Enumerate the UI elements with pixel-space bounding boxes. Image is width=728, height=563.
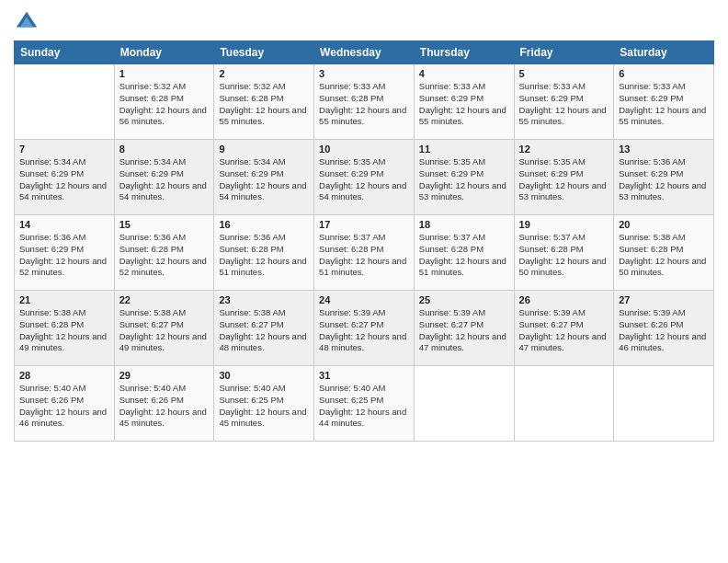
calendar-cell: 26Sunrise: 5:39 AMSunset: 6:27 PMDayligh… bbox=[514, 291, 614, 366]
week-row-4: 21Sunrise: 5:38 AMSunset: 6:28 PMDayligh… bbox=[15, 291, 714, 366]
day-number: 24 bbox=[319, 294, 409, 305]
day-number: 7 bbox=[19, 144, 109, 155]
calendar-cell bbox=[614, 366, 714, 442]
header-day-saturday: Saturday bbox=[614, 41, 714, 64]
day-number: 15 bbox=[119, 219, 210, 230]
day-info: Sunrise: 5:37 AMSunset: 6:28 PMDaylight:… bbox=[419, 232, 509, 279]
calendar-table: SundayMondayTuesdayWednesdayThursdayFrid… bbox=[14, 40, 714, 442]
day-number: 2 bbox=[219, 68, 309, 79]
day-number: 13 bbox=[619, 144, 709, 155]
day-number: 21 bbox=[19, 294, 109, 305]
day-number: 23 bbox=[219, 294, 309, 305]
day-info: Sunrise: 5:38 AMSunset: 6:28 PMDaylight:… bbox=[619, 232, 709, 279]
day-info: Sunrise: 5:33 AMSunset: 6:28 PMDaylight:… bbox=[319, 81, 409, 128]
day-info: Sunrise: 5:32 AMSunset: 6:28 PMDaylight:… bbox=[219, 81, 309, 128]
day-info: Sunrise: 5:40 AMSunset: 6:26 PMDaylight:… bbox=[119, 383, 210, 430]
calendar-cell: 27Sunrise: 5:39 AMSunset: 6:26 PMDayligh… bbox=[614, 291, 714, 366]
calendar-cell: 30Sunrise: 5:40 AMSunset: 6:25 PMDayligh… bbox=[214, 366, 314, 442]
day-number: 6 bbox=[619, 68, 709, 79]
calendar-cell: 10Sunrise: 5:35 AMSunset: 6:29 PMDayligh… bbox=[314, 140, 415, 215]
calendar-cell: 19Sunrise: 5:37 AMSunset: 6:28 PMDayligh… bbox=[514, 215, 614, 291]
week-row-3: 14Sunrise: 5:36 AMSunset: 6:29 PMDayligh… bbox=[15, 215, 714, 291]
day-number: 25 bbox=[419, 294, 509, 305]
calendar-cell: 14Sunrise: 5:36 AMSunset: 6:29 PMDayligh… bbox=[15, 215, 115, 291]
calendar-cell: 28Sunrise: 5:40 AMSunset: 6:26 PMDayligh… bbox=[15, 366, 115, 442]
day-number: 16 bbox=[219, 219, 309, 230]
day-info: Sunrise: 5:39 AMSunset: 6:26 PMDaylight:… bbox=[619, 307, 709, 354]
header-day-monday: Monday bbox=[114, 41, 214, 64]
calendar-cell: 29Sunrise: 5:40 AMSunset: 6:26 PMDayligh… bbox=[114, 366, 214, 442]
calendar-cell: 21Sunrise: 5:38 AMSunset: 6:28 PMDayligh… bbox=[15, 291, 115, 366]
week-row-5: 28Sunrise: 5:40 AMSunset: 6:26 PMDayligh… bbox=[15, 366, 714, 442]
day-number: 22 bbox=[119, 294, 210, 305]
calendar-cell: 5Sunrise: 5:33 AMSunset: 6:29 PMDaylight… bbox=[514, 64, 614, 140]
day-info: Sunrise: 5:35 AMSunset: 6:29 PMDaylight:… bbox=[419, 156, 509, 203]
day-info: Sunrise: 5:40 AMSunset: 6:25 PMDaylight:… bbox=[319, 383, 409, 430]
logo-icon bbox=[14, 9, 40, 35]
day-info: Sunrise: 5:35 AMSunset: 6:29 PMDaylight:… bbox=[519, 156, 609, 203]
calendar-cell: 9Sunrise: 5:34 AMSunset: 6:29 PMDaylight… bbox=[214, 140, 314, 215]
calendar-cell: 13Sunrise: 5:36 AMSunset: 6:29 PMDayligh… bbox=[614, 140, 714, 215]
calendar-cell bbox=[414, 366, 514, 442]
day-number: 12 bbox=[519, 144, 609, 155]
calendar-cell: 3Sunrise: 5:33 AMSunset: 6:28 PMDaylight… bbox=[314, 64, 415, 140]
day-number: 1 bbox=[119, 68, 210, 79]
calendar-cell: 17Sunrise: 5:37 AMSunset: 6:28 PMDayligh… bbox=[314, 215, 415, 291]
day-number: 9 bbox=[219, 144, 309, 155]
header bbox=[14, 9, 714, 35]
calendar-cell: 16Sunrise: 5:36 AMSunset: 6:28 PMDayligh… bbox=[214, 215, 314, 291]
day-info: Sunrise: 5:40 AMSunset: 6:25 PMDaylight:… bbox=[219, 383, 309, 430]
calendar-cell: 18Sunrise: 5:37 AMSunset: 6:28 PMDayligh… bbox=[414, 215, 514, 291]
header-day-wednesday: Wednesday bbox=[314, 41, 415, 64]
day-info: Sunrise: 5:38 AMSunset: 6:27 PMDaylight:… bbox=[219, 307, 309, 354]
week-row-1: 1Sunrise: 5:32 AMSunset: 6:28 PMDaylight… bbox=[15, 64, 714, 140]
day-number: 26 bbox=[519, 294, 609, 305]
day-info: Sunrise: 5:37 AMSunset: 6:28 PMDaylight:… bbox=[319, 232, 409, 279]
day-info: Sunrise: 5:37 AMSunset: 6:28 PMDaylight:… bbox=[519, 232, 609, 279]
day-number: 17 bbox=[319, 219, 409, 230]
header-day-sunday: Sunday bbox=[15, 41, 115, 64]
calendar-cell: 8Sunrise: 5:34 AMSunset: 6:29 PMDaylight… bbox=[114, 140, 214, 215]
day-info: Sunrise: 5:39 AMSunset: 6:27 PMDaylight:… bbox=[319, 307, 409, 354]
day-info: Sunrise: 5:38 AMSunset: 6:28 PMDaylight:… bbox=[19, 307, 109, 354]
calendar-cell: 1Sunrise: 5:32 AMSunset: 6:28 PMDaylight… bbox=[114, 64, 214, 140]
day-info: Sunrise: 5:32 AMSunset: 6:28 PMDaylight:… bbox=[119, 81, 210, 128]
calendar-cell: 11Sunrise: 5:35 AMSunset: 6:29 PMDayligh… bbox=[414, 140, 514, 215]
day-info: Sunrise: 5:36 AMSunset: 6:29 PMDaylight:… bbox=[19, 232, 109, 279]
day-number: 4 bbox=[419, 68, 509, 79]
day-info: Sunrise: 5:39 AMSunset: 6:27 PMDaylight:… bbox=[519, 307, 609, 354]
day-info: Sunrise: 5:36 AMSunset: 6:28 PMDaylight:… bbox=[219, 232, 309, 279]
day-number: 3 bbox=[319, 68, 409, 79]
calendar-cell: 22Sunrise: 5:38 AMSunset: 6:27 PMDayligh… bbox=[114, 291, 214, 366]
calendar-cell: 15Sunrise: 5:36 AMSunset: 6:28 PMDayligh… bbox=[114, 215, 214, 291]
calendar-cell: 25Sunrise: 5:39 AMSunset: 6:27 PMDayligh… bbox=[414, 291, 514, 366]
calendar-cell: 20Sunrise: 5:38 AMSunset: 6:28 PMDayligh… bbox=[614, 215, 714, 291]
day-number: 28 bbox=[19, 370, 109, 381]
calendar-cell bbox=[15, 64, 115, 140]
calendar-cell: 12Sunrise: 5:35 AMSunset: 6:29 PMDayligh… bbox=[514, 140, 614, 215]
day-info: Sunrise: 5:38 AMSunset: 6:27 PMDaylight:… bbox=[119, 307, 210, 354]
calendar-header-row: SundayMondayTuesdayWednesdayThursdayFrid… bbox=[15, 41, 714, 64]
calendar-cell: 6Sunrise: 5:33 AMSunset: 6:29 PMDaylight… bbox=[614, 64, 714, 140]
calendar-cell: 23Sunrise: 5:38 AMSunset: 6:27 PMDayligh… bbox=[214, 291, 314, 366]
day-info: Sunrise: 5:33 AMSunset: 6:29 PMDaylight:… bbox=[419, 81, 509, 128]
day-number: 29 bbox=[119, 370, 210, 381]
day-info: Sunrise: 5:35 AMSunset: 6:29 PMDaylight:… bbox=[319, 156, 409, 203]
calendar-page: SundayMondayTuesdayWednesdayThursdayFrid… bbox=[0, 0, 728, 563]
day-info: Sunrise: 5:36 AMSunset: 6:29 PMDaylight:… bbox=[619, 156, 709, 203]
header-day-thursday: Thursday bbox=[414, 41, 514, 64]
day-number: 31 bbox=[319, 370, 409, 381]
day-number: 8 bbox=[119, 144, 210, 155]
day-number: 11 bbox=[419, 144, 509, 155]
day-info: Sunrise: 5:34 AMSunset: 6:29 PMDaylight:… bbox=[119, 156, 210, 203]
day-info: Sunrise: 5:39 AMSunset: 6:27 PMDaylight:… bbox=[419, 307, 509, 354]
day-number: 30 bbox=[219, 370, 309, 381]
day-number: 27 bbox=[619, 294, 709, 305]
day-info: Sunrise: 5:33 AMSunset: 6:29 PMDaylight:… bbox=[619, 81, 709, 128]
day-info: Sunrise: 5:40 AMSunset: 6:26 PMDaylight:… bbox=[19, 383, 109, 430]
week-row-2: 7Sunrise: 5:34 AMSunset: 6:29 PMDaylight… bbox=[15, 140, 714, 215]
day-number: 19 bbox=[519, 219, 609, 230]
calendar-cell: 31Sunrise: 5:40 AMSunset: 6:25 PMDayligh… bbox=[314, 366, 415, 442]
calendar-cell: 2Sunrise: 5:32 AMSunset: 6:28 PMDaylight… bbox=[214, 64, 314, 140]
logo bbox=[14, 9, 43, 35]
